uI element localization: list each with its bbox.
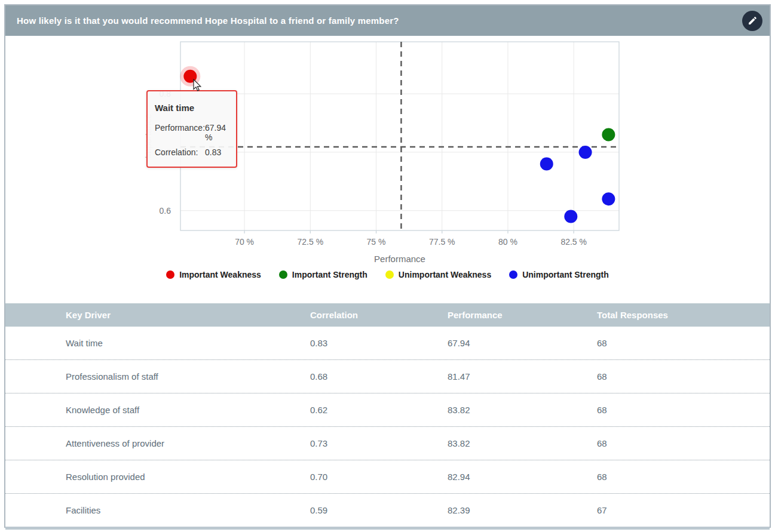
column-header-correlation: Correlation (310, 310, 448, 320)
table-row: Knowledge of staff0.6283.8268 (5, 393, 770, 427)
table-row: Professionalism of staff0.6881.4768 (5, 360, 770, 393)
plot-border (180, 42, 619, 230)
x-tick-label: 72.5 % (298, 237, 324, 247)
point-tooltip: Wait time Performance:67.94 %Correlation… (146, 90, 237, 168)
table-header-row: Key Driver Correlation Performance Total… (5, 303, 770, 327)
table-row: Resolution provided0.7082.9468 (5, 460, 770, 494)
legend-label: Important Weakness (179, 270, 261, 279)
cell-performance: 81.47 (448, 371, 597, 382)
cell-correlation: 0.83 (310, 338, 448, 348)
legend-dot-icon (166, 270, 174, 279)
table-row: Attentiveness of provider0.7383.8268 (5, 427, 770, 460)
cell-performance: 67.94 (448, 338, 597, 348)
column-header-total-responses: Total Responses (597, 310, 770, 320)
tooltip-title: Wait time (155, 103, 229, 113)
legend-dot-icon (509, 270, 517, 279)
legend-label: Unimportant Weakness (399, 270, 491, 279)
y-tick-label: 0.6 (160, 206, 171, 216)
column-header-key-driver: Key Driver (5, 310, 310, 320)
cell-total-responses: 68 (597, 338, 770, 348)
cell-performance: 82.39 (448, 505, 597, 515)
table-row: Facilities0.5982.3967 (5, 494, 770, 527)
table-row: Wait time0.8367.9468 (5, 327, 770, 360)
cell-correlation: 0.62 (310, 405, 448, 415)
edit-question-button[interactable] (742, 11, 762, 31)
legend-dot-icon (385, 270, 394, 279)
scatter-point[interactable] (540, 157, 553, 170)
tooltip-row: Performance:67.94 % (155, 123, 229, 142)
pencil-icon (748, 16, 758, 26)
scatter-point[interactable] (602, 128, 615, 142)
scatter-point[interactable] (579, 146, 592, 159)
cell-key-driver: Wait time (5, 338, 310, 348)
cell-key-driver: Knowledge of staff (5, 405, 310, 415)
cell-key-driver: Resolution provided (5, 472, 310, 482)
cell-correlation: 0.73 (310, 438, 448, 448)
x-tick-label: 82.5 % (560, 237, 587, 247)
scatter-point[interactable] (602, 192, 615, 205)
tooltip-row-label: Performance: (155, 123, 205, 142)
question-title: How likely is it that you would recommen… (17, 16, 399, 26)
scatter-plot: 70 %72.5 %75 %77.5 %80 %82.5 %0.60.70.8I… (5, 36, 770, 303)
x-axis-title: Performance (374, 254, 425, 264)
legend-item[interactable]: Unimportant Strength (509, 270, 609, 279)
tooltip-row: Correlation:0.83 (155, 147, 229, 157)
tooltip-row-value: 67.94 % (205, 123, 229, 142)
scatter-point[interactable] (564, 210, 577, 223)
legend-item[interactable]: Unimportant Weakness (385, 270, 491, 279)
cell-key-driver: Professionalism of staff (5, 371, 310, 382)
question-header: How likely is it that you would recommen… (5, 5, 770, 36)
cell-performance: 83.82 (448, 438, 597, 448)
key-driver-chart: 70 %72.5 %75 %77.5 %80 %82.5 %0.60.70.8I… (5, 36, 770, 303)
cell-key-driver: Facilities (5, 505, 310, 515)
x-tick-label: 75 % (367, 237, 386, 247)
x-tick-label: 77.5 % (429, 237, 455, 247)
cell-total-responses: 68 (597, 371, 770, 382)
chart-legend: Important WeaknessImportant StrengthUnim… (5, 270, 770, 279)
legend-dot-icon (279, 270, 287, 279)
cell-correlation: 0.70 (310, 472, 448, 482)
legend-label: Important Strength (292, 270, 367, 279)
table-footer-bar (5, 527, 770, 530)
cell-total-responses: 67 (597, 505, 770, 515)
mouse-cursor-icon (193, 79, 203, 92)
legend-label: Unimportant Strength (522, 270, 609, 279)
key-driver-table: Key Driver Correlation Performance Total… (5, 303, 770, 527)
x-tick-label: 70 % (235, 237, 254, 247)
cell-total-responses: 68 (597, 438, 770, 448)
cell-total-responses: 68 (597, 405, 770, 415)
legend-item[interactable]: Important Weakness (166, 270, 261, 279)
x-tick-label: 80 % (498, 237, 517, 247)
tooltip-row-value: 0.83 (205, 147, 229, 157)
cell-correlation: 0.68 (310, 371, 448, 382)
cell-key-driver: Attentiveness of provider (5, 438, 310, 448)
legend-item[interactable]: Important Strength (279, 270, 367, 279)
survey-question-widget: How likely is it that you would recommen… (4, 4, 771, 528)
column-header-performance: Performance (448, 310, 597, 320)
cell-total-responses: 68 (597, 472, 770, 482)
cell-correlation: 0.59 (310, 505, 448, 515)
cell-performance: 83.82 (448, 405, 597, 415)
tooltip-row-label: Correlation: (155, 147, 205, 157)
cell-performance: 82.94 (448, 472, 597, 482)
